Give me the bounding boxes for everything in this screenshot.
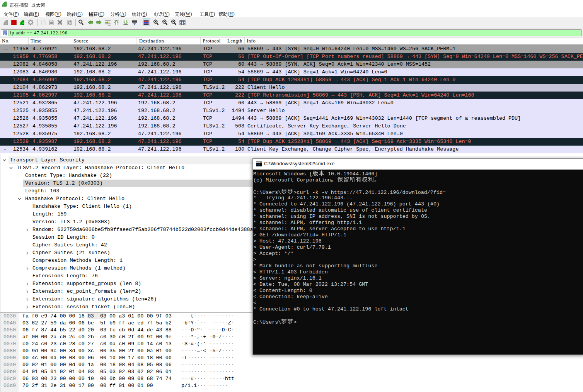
- svg-text:C:\: C:\: [257, 163, 260, 166]
- svg-text:010: 010: [50, 22, 53, 24]
